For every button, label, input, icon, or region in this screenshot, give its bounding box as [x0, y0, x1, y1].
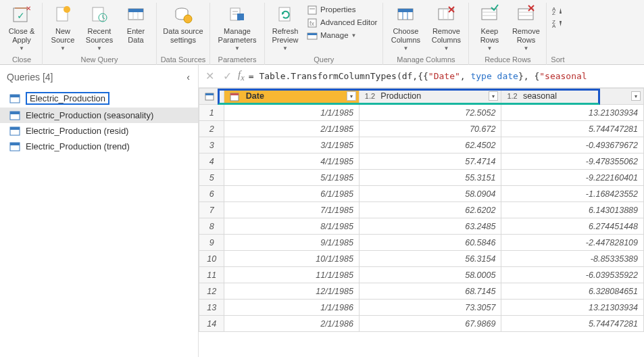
row-number[interactable]: 5 [199, 170, 224, 186]
cell-production[interactable]: 62.4502 [359, 137, 501, 153]
cell-production[interactable]: 60.5846 [359, 235, 501, 251]
query-item[interactable]: Electric_Production [0, 89, 198, 108]
cell-date[interactable]: 9/1/1985 [224, 235, 360, 251]
cell-date[interactable]: 2/1/1986 [224, 316, 360, 332]
cell-date[interactable]: 11/1/1985 [224, 267, 360, 283]
sort-asc-button[interactable]: AZ [549, 4, 566, 16]
enter-data-button[interactable]: Enter Data [118, 3, 153, 45]
query-item[interactable]: Electric_Production (resid) [0, 123, 198, 139]
close-apply-button[interactable]: ✓✕ Close & Apply ▼ [4, 3, 39, 53]
data-source-settings-button[interactable]: Data source settings [159, 3, 207, 45]
table-row[interactable]: 99/1/198560.5846-2.447828109 [199, 235, 644, 251]
choose-columns-button[interactable]: Choose Columns ▼ [386, 3, 425, 53]
cell-date[interactable]: 7/1/1985 [224, 202, 360, 218]
table-row[interactable]: 1111/1/198558.0005-6.039535922 [199, 267, 644, 283]
collapse-chevron-icon[interactable]: ‹ [187, 72, 190, 82]
sort-desc-button[interactable]: ZA [549, 17, 566, 29]
cell-seasonal[interactable]: -8.85335389 [501, 251, 644, 267]
cell-date[interactable]: 5/1/1985 [224, 170, 360, 186]
remove-columns-button[interactable]: Remove Columns ▼ [426, 3, 466, 53]
cell-production[interactable]: 62.6202 [359, 202, 501, 218]
cell-seasonal[interactable]: -2.447828109 [501, 235, 644, 251]
cell-date[interactable]: 8/1/1985 [224, 218, 360, 235]
row-number[interactable]: 6 [199, 186, 224, 202]
table-row[interactable]: 44/1/198557.4714-9.478355062 [199, 153, 644, 170]
cell-production[interactable]: 70.672 [359, 121, 501, 137]
cell-seasonal[interactable]: 6.274451448 [501, 218, 644, 235]
cell-seasonal[interactable]: -6.039535922 [501, 267, 644, 283]
manage-button[interactable]: Manage ▼ [304, 30, 359, 42]
commit-formula-button[interactable]: ✓ [220, 70, 234, 82]
table-row[interactable]: 11/1/198572.505213.21303934 [199, 105, 644, 121]
cell-production[interactable]: 68.7145 [359, 283, 501, 300]
cell-date[interactable]: 1/1/1985 [224, 105, 360, 121]
advanced-editor-button[interactable]: fx Advanced Editor [304, 17, 380, 29]
row-number[interactable]: 3 [199, 137, 224, 153]
cell-production[interactable]: 56.3154 [359, 251, 501, 267]
column-header-production[interactable]: 1.2 Production ▾ [359, 89, 501, 105]
query-item[interactable]: Electric_Production (seasonality) [0, 108, 198, 123]
column-filter-dropdown[interactable]: ▾ [347, 91, 356, 101]
recent-sources-button[interactable]: Recent Sources ▼ [82, 3, 117, 53]
cell-seasonal[interactable]: -9.478355062 [501, 153, 644, 170]
row-number[interactable]: 14 [199, 316, 224, 332]
cell-production[interactable]: 57.4714 [359, 153, 501, 170]
cell-seasonal[interactable]: -9.222160401 [501, 170, 644, 186]
cell-seasonal[interactable]: 13.21303934 [501, 105, 644, 121]
cell-seasonal[interactable]: 5.744747281 [501, 121, 644, 137]
row-number[interactable]: 7 [199, 202, 224, 218]
cell-date[interactable]: 12/1/1985 [224, 283, 360, 300]
cell-seasonal[interactable]: 6.328084651 [501, 283, 644, 300]
column-filter-dropdown[interactable]: ▾ [489, 91, 498, 101]
refresh-preview-button[interactable]: Refresh Preview ▼ [268, 3, 303, 53]
row-number[interactable]: 4 [199, 153, 224, 170]
table-row[interactable]: 77/1/198562.62026.143013889 [199, 202, 644, 218]
properties-button[interactable]: Properties [304, 4, 358, 16]
formula-input[interactable]: = Table.TransformColumnTypes(df,{{"Date"… [249, 71, 587, 81]
cell-date[interactable]: 10/1/1985 [224, 251, 360, 267]
cell-date[interactable]: 2/1/1985 [224, 121, 360, 137]
table-row[interactable]: 142/1/198667.98695.744747281 [199, 316, 644, 332]
cell-seasonal[interactable]: -1.168423552 [501, 186, 644, 202]
cell-seasonal[interactable]: 5.744747281 [501, 316, 644, 332]
cell-production[interactable]: 67.9869 [359, 316, 501, 332]
cell-production[interactable]: 55.3151 [359, 170, 501, 186]
cell-date[interactable]: 1/1/1986 [224, 300, 360, 316]
cell-production[interactable]: 72.5052 [359, 105, 501, 121]
table-row[interactable]: 22/1/198570.6725.744747281 [199, 121, 644, 137]
cell-production[interactable]: 73.3057 [359, 300, 501, 316]
row-number[interactable]: 11 [199, 267, 224, 283]
row-number[interactable]: 10 [199, 251, 224, 267]
table-row[interactable]: 66/1/198558.0904-1.168423552 [199, 186, 644, 202]
cell-date[interactable]: 3/1/1985 [224, 137, 360, 153]
cancel-formula-button[interactable]: ✕ [203, 70, 216, 82]
keep-rows-button[interactable]: Keep Rows ▼ [472, 3, 507, 53]
row-number[interactable]: 2 [199, 121, 224, 137]
queries-header[interactable]: Queries [4] ‹ [0, 65, 198, 88]
new-source-button[interactable]: New Source ▼ [45, 3, 80, 53]
data-grid[interactable]: Date ▾ 1.2 Production ▾ 1.2 seasonal ▾ [199, 88, 644, 332]
row-number[interactable]: 1 [199, 105, 224, 121]
table-row[interactable]: 131/1/198673.305713.21303934 [199, 300, 644, 316]
row-number[interactable]: 9 [199, 235, 224, 251]
table-row[interactable]: 55/1/198555.3151-9.222160401 [199, 170, 644, 186]
table-row[interactable]: 1212/1/198568.71456.328084651 [199, 283, 644, 300]
cell-production[interactable]: 63.2485 [359, 218, 501, 235]
table-row[interactable]: 88/1/198563.24856.274451448 [199, 218, 644, 235]
corner-cell[interactable] [199, 89, 224, 105]
row-number[interactable]: 13 [199, 300, 224, 316]
table-row[interactable]: 33/1/198562.4502-0.493679672 [199, 137, 644, 153]
remove-rows-button[interactable]: Remove Rows ▼ [508, 3, 543, 53]
column-filter-dropdown[interactable]: ▾ [631, 91, 641, 101]
cell-seasonal[interactable]: 6.143013889 [501, 202, 644, 218]
table-row[interactable]: 1010/1/198556.3154-8.85335389 [199, 251, 644, 267]
cell-production[interactable]: 58.0904 [359, 186, 501, 202]
query-item[interactable]: Electric_Production (trend) [0, 139, 198, 154]
row-number[interactable]: 12 [199, 283, 224, 300]
column-header-seasonal[interactable]: 1.2 seasonal ▾ [501, 89, 644, 105]
cell-seasonal[interactable]: 13.21303934 [501, 300, 644, 316]
column-header-date[interactable]: Date ▾ [224, 89, 360, 105]
cell-date[interactable]: 4/1/1985 [224, 153, 360, 170]
cell-date[interactable]: 6/1/1985 [224, 186, 360, 202]
cell-production[interactable]: 58.0005 [359, 267, 501, 283]
